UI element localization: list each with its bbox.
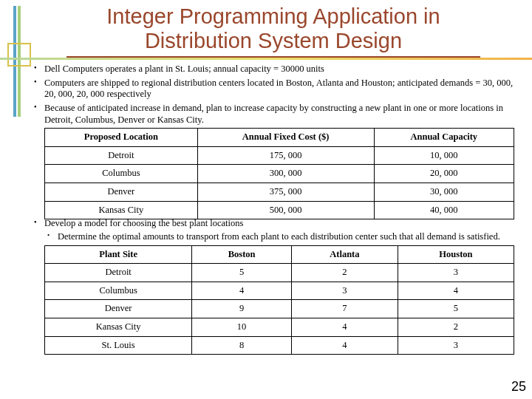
bullet-item: Dell Computers operates a plant in St. L… — [33, 64, 514, 75]
table-cell: 175, 000 — [197, 146, 374, 165]
table-cell: 3 — [398, 336, 514, 355]
table-row: Denver 9 7 5 — [45, 300, 514, 318]
table-header-row: Proposed Location Annual Fixed Cost ($) … — [45, 129, 514, 147]
table-cell: 3 — [291, 282, 398, 300]
table-header: Plant Site — [45, 245, 192, 264]
table-cell: 375, 000 — [197, 183, 374, 202]
table-row: Detroit 175, 000 10, 000 — [45, 146, 514, 165]
table-cell: 4 — [291, 336, 398, 355]
table-row: St. Louis 8 4 3 — [45, 336, 514, 355]
table-cell: 9 — [192, 300, 292, 318]
table-cell: 2 — [398, 318, 514, 337]
table-header: Annual Capacity — [374, 129, 514, 147]
decoration-square — [7, 43, 31, 66]
table-cell: 10, 000 — [374, 146, 514, 165]
table-cell: 5 — [192, 264, 292, 282]
table-header: Atlanta — [291, 245, 398, 264]
bullet-item: Develop a model for choosing the best pl… — [33, 218, 514, 242]
bullet-list: Dell Computers operates a plant in St. L… — [33, 64, 514, 126]
table-cell: Kansas City — [45, 318, 192, 337]
table-header: Houston — [398, 245, 514, 264]
bullet-text: Develop a model for choosing the best pl… — [44, 218, 243, 228]
table-cell: Columbus — [45, 282, 192, 300]
table-cell: 8 — [192, 336, 292, 355]
table-cell: St. Louis — [45, 336, 192, 355]
sub-bullet-item: Determine the optimal amounts to transpo… — [44, 231, 514, 243]
table-cell: 30, 000 — [374, 183, 514, 202]
table-cell: Denver — [45, 183, 198, 202]
table-cell: 4 — [291, 318, 398, 337]
table-row: Denver 375, 000 30, 000 — [45, 183, 514, 202]
sub-bullet-list: Determine the optimal amounts to transpo… — [44, 231, 514, 243]
table-cell: Kansas City — [45, 201, 198, 219]
table-cell: 500, 000 — [197, 201, 374, 219]
table-header: Boston — [192, 245, 292, 264]
table-row: Kansas City 10 4 2 — [45, 318, 514, 337]
table-cell: Columbus — [45, 165, 198, 183]
table-row: Detroit 5 2 3 — [45, 264, 514, 282]
table-row: Kansas City 500, 000 40, 000 — [45, 201, 514, 219]
table-cell: 20, 000 — [374, 165, 514, 183]
table-cell: Denver — [45, 300, 192, 318]
bullet-list: Develop a model for choosing the best pl… — [33, 218, 514, 242]
slide-title: Integer Programming Application in Distr… — [66, 4, 480, 58]
table-cell: 4 — [192, 282, 292, 300]
plant-site-table: Plant Site Boston Atlanta Houston Detroi… — [44, 245, 514, 355]
table-row: Columbus 4 3 4 — [45, 282, 514, 300]
slide-content: Dell Computers operates a plant in St. L… — [33, 64, 514, 355]
bullet-item: Because of anticipated increase in deman… — [33, 103, 514, 126]
table-cell: 3 — [398, 264, 514, 282]
table-cell: 40, 000 — [374, 201, 514, 219]
table-cell: Detroit — [45, 264, 192, 282]
page-number: 25 — [511, 379, 526, 395]
table-cell: 10 — [192, 318, 292, 337]
bullet-item: Computers are shipped to regional distri… — [33, 78, 514, 100]
slide: Integer Programming Application in Distr… — [0, 0, 532, 399]
table-cell: 5 — [398, 300, 514, 318]
table-cell: Detroit — [45, 146, 198, 165]
table-header: Proposed Location — [45, 129, 198, 147]
table-header-row: Plant Site Boston Atlanta Houston — [45, 245, 514, 264]
table-row: Columbus 300, 000 20, 000 — [45, 165, 514, 183]
table-cell: 7 — [291, 300, 398, 318]
table-cell: 2 — [291, 264, 398, 282]
decoration-horizontal — [0, 58, 532, 60]
proposed-location-table: Proposed Location Annual Fixed Cost ($) … — [44, 128, 514, 219]
table-cell: 4 — [398, 282, 514, 300]
table-header: Annual Fixed Cost ($) — [197, 129, 374, 147]
table-cell: 300, 000 — [197, 165, 374, 183]
